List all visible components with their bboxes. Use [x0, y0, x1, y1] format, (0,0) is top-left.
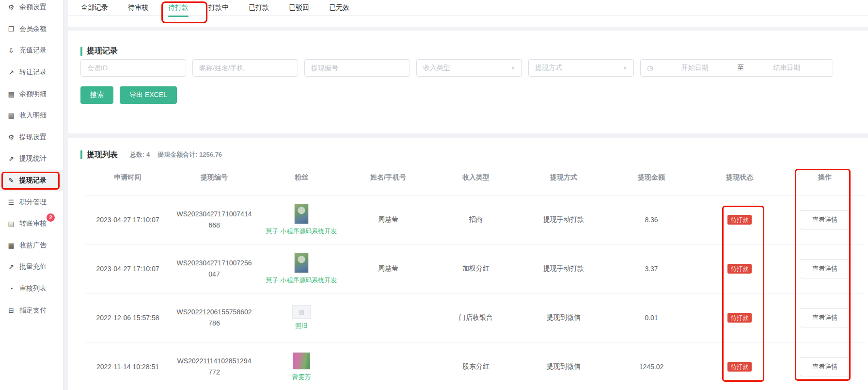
sidebar-item-withdraw-records[interactable]: ✎ 提现记录 — [0, 170, 63, 192]
withdraw-no-input[interactable] — [305, 60, 410, 76]
sidebar-item-label: 指定支付 — [19, 306, 47, 315]
member-id-input[interactable] — [81, 60, 186, 76]
withdraw-method-placeholder: 提现方式 — [535, 64, 562, 72]
sidebar-item-income-details[interactable]: ▤ 收入明细 — [0, 105, 63, 127]
export-excel-button[interactable]: 导出 EXCEL — [120, 86, 177, 104]
title-accent-bar — [80, 150, 82, 159]
external-link-icon: ↗ — [7, 68, 15, 76]
title-accent-bar — [80, 47, 82, 56]
fan-name-link[interactable]: 慧子 小程序源码系统开发 — [266, 227, 337, 236]
status-badge: 待打款 — [727, 313, 752, 323]
tab-all-records[interactable]: 全部记录 — [81, 3, 108, 16]
view-detail-button[interactable]: 查看详情 — [800, 357, 850, 376]
table-row: 2023-04-27 17:10:07 WS20230427171007414 … — [85, 195, 866, 244]
start-date-placeholder: 开始日期 — [655, 64, 734, 72]
withdraw-no-line2: 668 — [170, 220, 258, 231]
tab-invalid[interactable]: 已无效 — [329, 3, 349, 16]
cell-status: 待打款 — [695, 313, 784, 323]
tab-pending-review[interactable]: 待审核 — [128, 3, 148, 16]
withdraw-no-line2: 786 — [170, 318, 258, 329]
sidebar-item-member-balance[interactable]: ❐ 会员余额 — [0, 18, 63, 40]
fan-avatar — [294, 253, 309, 273]
cell-name: 周慧莹 — [345, 215, 432, 224]
gauge-icon: ◔ — [7, 285, 15, 292]
nickname-input[interactable] — [193, 60, 298, 76]
cell-withdraw-no: WS20221206155758602 786 — [170, 307, 258, 329]
withdraw-no-line2: 772 — [170, 367, 258, 378]
sidebar-item-label: 收入明细 — [19, 111, 47, 120]
cell-fan: 慧子 小程序源码系统开发 — [258, 204, 345, 236]
fan-name-link[interactable]: 曾雯芳 — [292, 373, 311, 381]
sidebar-item-label: 余额明细 — [19, 90, 47, 98]
cell-amount: 3.37 — [607, 265, 695, 273]
income-type-select[interactable]: 收入类型 ∨ — [416, 59, 522, 77]
sidebar-item-transfer-review[interactable]: ▤ 转账审核 2 — [0, 213, 63, 235]
fan-avatar — [294, 204, 309, 224]
cell-amount: 1245.02 — [607, 363, 695, 371]
sidebar-menu: ⚙ 余额设置 ❐ 会员余额 ⇩ 充值记录 ↗ 转让记录 ▤ 余额明细 ▤ 收入明… — [0, 0, 63, 321]
view-detail-button[interactable]: 查看详情 — [800, 308, 850, 327]
date-range-picker[interactable]: ◷ 开始日期 至 结束日期 — [640, 59, 833, 77]
sidebar-item-revenue-ads[interactable]: ▦ 收益广告 — [0, 235, 63, 257]
sidebar-item-review-list[interactable]: ◔ 审核列表 — [0, 278, 63, 300]
tab-rejected[interactable]: 已驳回 — [289, 3, 309, 16]
sidebar-item-batch-recharge[interactable]: ⇗ 批量充值 — [0, 256, 63, 278]
gear-icon: ⚙ — [7, 133, 15, 141]
withdraw-no-line2: 047 — [170, 269, 258, 280]
cell-method: 提现手动打款 — [520, 215, 607, 224]
cell-method: 提现手动打款 — [520, 264, 607, 273]
document-icon: ▤ — [7, 220, 15, 228]
withdraw-method-select[interactable]: 提现方式 ∨ — [528, 59, 634, 77]
cell-action: 查看详情 — [784, 259, 866, 278]
search-section-title: 提现记录 — [80, 46, 868, 56]
sidebar-item-label: 提现记录 — [19, 176, 47, 185]
withdraw-table: 申请时间 提现编号 粉丝 姓名/手机号 收入类型 提现方式 提现金额 提现状态 … — [85, 160, 866, 390]
tab-pending-payment[interactable]: 待打款 — [168, 3, 189, 16]
status-badge: 待打款 — [727, 264, 752, 274]
table-row: 2022-12-06 15:57:58 WS20221206155758602 … — [85, 293, 866, 342]
view-detail-button[interactable]: 查看详情 — [800, 259, 850, 278]
view-detail-button[interactable]: 查看详情 — [800, 210, 850, 229]
sidebar-item-points-management[interactable]: ☰ 积分管理 — [0, 191, 63, 213]
sidebar-item-withdraw-statistics[interactable]: ⇗ 提现统计 — [0, 148, 63, 170]
sidebar-item-label: 会员余额 — [19, 25, 47, 33]
search-section: 提现记录 收入类型 ∨ 提现方式 ∨ ◷ 开始日期 至 结束日期 搜索 导出 E… — [68, 31, 868, 133]
chart-icon: ⇗ — [7, 263, 15, 271]
cell-method: 提现到微信 — [520, 362, 607, 371]
chevron-down-icon: ∨ — [511, 65, 515, 70]
sidebar-item-label: 批量充值 — [19, 262, 47, 271]
col-header-fan: 粉丝 — [258, 173, 345, 182]
sidebar-item-withdraw-settings[interactable]: ⚙ 提现设置 — [0, 127, 63, 148]
payment-icon: ⊟ — [7, 307, 15, 314]
sidebar-item-label: 收益广告 — [19, 241, 47, 250]
sidebar-item-designated-payment[interactable]: ⊟ 指定支付 — [0, 299, 63, 321]
cell-income-type: 门店收银台 — [432, 313, 520, 322]
sidebar-item-label: 审核列表 — [19, 284, 47, 293]
col-header-action: 操作 — [784, 173, 866, 182]
sidebar-item-transfer-records[interactable]: ↗ 转让记录 — [0, 62, 63, 83]
sidebar-item-label: 转让记录 — [19, 68, 47, 77]
search-button[interactable]: 搜索 — [80, 86, 113, 104]
sidebar-item-balance-details[interactable]: ▤ 余额明细 — [0, 83, 63, 105]
chevron-down-icon: ∨ — [623, 65, 627, 70]
tab-paid[interactable]: 已打款 — [249, 3, 269, 16]
coins-icon: ☰ — [7, 198, 15, 206]
cell-time: 2023-04-27 17:10:07 — [85, 265, 170, 273]
sidebar-item-label: 转账审核 — [19, 219, 47, 228]
tab-paying[interactable]: 打款中 — [208, 3, 229, 16]
sidebar-item-balance-settings[interactable]: ⚙ 余额设置 — [0, 0, 63, 18]
fan-name-link[interactable]: 照旧 — [295, 322, 308, 330]
fan-name-link[interactable]: 慧子 小程序源码系统开发 — [266, 276, 337, 285]
income-type-placeholder: 收入类型 — [423, 64, 450, 72]
withdraw-no-line1: WS20230427171007256 — [170, 258, 258, 269]
list-title-text: 提现列表 — [87, 150, 118, 160]
document-icon: ▤ — [7, 90, 15, 98]
cell-withdraw-no: WS20221114102851294 772 — [170, 356, 258, 378]
sidebar-item-recharge-records[interactable]: ⇩ 充值记录 — [0, 40, 63, 62]
cell-income-type: 招商 — [432, 215, 520, 224]
sidebar-item-label: 提现设置 — [19, 133, 47, 142]
sidebar-item-label: 提现统计 — [19, 154, 47, 163]
cell-action: 查看详情 — [784, 210, 866, 229]
chart-icon: ⇗ — [7, 155, 15, 162]
total-count-text: 总数: 4 — [130, 150, 150, 159]
